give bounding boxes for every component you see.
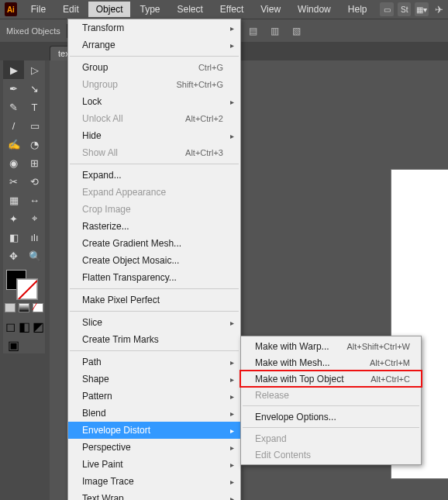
color-swatches[interactable] (3, 268, 45, 299)
stroke-color[interactable] (17, 279, 37, 299)
menuitem-shape[interactable]: Shape▸ (68, 371, 240, 388)
tool-1-1[interactable]: ↘ (24, 79, 45, 98)
submenu-arrow-icon: ▸ (230, 495, 234, 501)
menuitem-blend[interactable]: Blend▸ (68, 405, 240, 422)
tool-8-1[interactable]: ⌖ (24, 209, 45, 228)
menuitem-rasterize[interactable]: Rasterize... (68, 218, 240, 235)
menuitem-label: Envelope Distort (82, 425, 223, 436)
submenu-arrow-icon: ▸ (230, 98, 234, 106)
tool-3-1[interactable]: ▭ (24, 116, 45, 135)
menu-file[interactable]: File (23, 2, 53, 17)
menuitem-hide[interactable]: Hide▸ (68, 127, 240, 144)
tool-3-0[interactable]: / (3, 116, 24, 135)
tool-2-1[interactable]: T (24, 98, 45, 116)
menuitem-arrange[interactable]: Arrange▸ (68, 36, 240, 53)
submenuitem-make-with-mesh[interactable]: Make with Mesh...Alt+Ctrl+M (241, 354, 421, 371)
menu-object[interactable]: Object (88, 2, 131, 17)
tool-5-1[interactable]: ⊞ (24, 153, 45, 172)
normal-draw-icon[interactable]: ◻ (3, 318, 17, 335)
menu-help[interactable]: Help (340, 2, 375, 17)
tool-6-0[interactable]: ✂ (3, 172, 24, 191)
menuitem-create-trim-marks[interactable]: Create Trim Marks (68, 331, 240, 348)
align-right-icon[interactable]: ▧ (288, 23, 304, 39)
tool-0-0[interactable]: ▶ (3, 60, 24, 79)
menuitem-lock[interactable]: Lock▸ (68, 93, 240, 110)
tool-2-0[interactable]: ✎ (3, 98, 24, 116)
menuitem-pattern[interactable]: Pattern▸ (68, 388, 240, 405)
menu-select[interactable]: Select (169, 2, 210, 17)
submenuitem-make-with-top-object[interactable]: Make with Top ObjectAlt+Ctrl+C (241, 371, 421, 387)
menuitem-label: Envelope Options... (255, 412, 410, 422)
menuitem-label: Transform (82, 22, 223, 33)
submenu-arrow-icon: ▸ (230, 41, 234, 50)
menuitem-label: Edit Contents (255, 450, 410, 460)
menuitem-flatten-transparency[interactable]: Flatten Transparency... (68, 269, 240, 286)
document-icon[interactable]: ▭ (380, 2, 394, 16)
menu-edit[interactable]: Edit (55, 2, 87, 17)
submenuitem-make-with-warp[interactable]: Make with Warp...Alt+Shift+Ctrl+W (241, 338, 421, 354)
menuitem-shortcut: Ctrl+G (198, 63, 223, 72)
menuitem-image-trace[interactable]: Image Trace▸ (68, 473, 240, 490)
submenuitem-edit-contents: Edit Contents (241, 447, 421, 463)
gradient-mode-icon[interactable] (17, 301, 31, 315)
menuitem-expand[interactable]: Expand... (68, 167, 240, 184)
screen-mode-icon[interactable]: ▣ (3, 336, 24, 353)
menuitem-label: Expand... (82, 170, 223, 181)
tool-10-0[interactable]: ✥ (3, 247, 24, 265)
menu-separator (70, 311, 239, 312)
menuitem-transform[interactable]: Transform▸ (68, 19, 240, 36)
menuitem-label: Image Trace (82, 476, 223, 487)
menuitem-label: Ungroup (82, 79, 176, 90)
menuitem-envelope-distort[interactable]: Envelope Distort▸ (68, 422, 240, 439)
tool-6-1[interactable]: ⟲ (24, 172, 45, 191)
submenu-arrow-icon: ▸ (230, 358, 234, 367)
submenuitem-envelope-options[interactable]: Envelope Options... (241, 409, 421, 425)
menu-separator (70, 288, 239, 289)
menuitem-group[interactable]: GroupCtrl+G (68, 59, 240, 76)
menu-separator (70, 350, 239, 351)
menuitem-label: Make Pixel Perfect (82, 295, 223, 305)
menuitem-text-wrap[interactable]: Text Wrap▸ (68, 490, 240, 500)
submenuitem-release: Release (241, 387, 421, 403)
menuitem-path[interactable]: Path▸ (68, 353, 240, 371)
menuitem-perspective[interactable]: Perspective▸ (68, 439, 240, 456)
tool-7-1[interactable]: ↔ (24, 191, 45, 209)
arrange-docs-icon[interactable]: ▦▾ (415, 2, 429, 16)
envelope-distort-submenu: Make with Warp...Alt+Shift+Ctrl+WMake wi… (240, 336, 422, 465)
menuitem-shortcut: Alt+Ctrl+M (370, 358, 410, 367)
menuitem-slice[interactable]: Slice▸ (68, 314, 240, 331)
none-mode-icon[interactable]: ⁄ (31, 301, 45, 315)
menu-separator (243, 405, 419, 406)
menu-separator (70, 56, 239, 57)
stock-icon[interactable]: St (398, 2, 412, 16)
submenuitem-expand: Expand (241, 430, 421, 447)
submenu-arrow-icon: ▸ (230, 375, 234, 384)
tool-9-0[interactable]: ◧ (3, 228, 24, 247)
tool-10-1[interactable]: 🔍 (24, 247, 45, 265)
menu-window[interactable]: Window (290, 2, 339, 17)
draw-inside-icon[interactable]: ◩ (31, 318, 45, 335)
menuitem-create-object-mosaic[interactable]: Create Object Mosaic... (68, 252, 240, 269)
menu-effect[interactable]: Effect (212, 2, 251, 17)
tool-4-1[interactable]: ◔ (24, 135, 45, 153)
menuitem-shortcut: Alt+Ctrl+C (370, 374, 410, 384)
menuitem-create-gradient-mesh[interactable]: Create Gradient Mesh... (68, 235, 240, 252)
menuitem-label: Create Object Mosaic... (82, 255, 223, 266)
tool-1-0[interactable]: ✒ (3, 79, 24, 98)
tool-7-0[interactable]: ▦ (3, 191, 24, 209)
tool-0-1[interactable]: ▷ (24, 60, 45, 79)
tool-9-1[interactable]: ılı (24, 228, 45, 247)
menuitem-crop-image: Crop Image (68, 201, 240, 218)
tool-4-0[interactable]: ✍ (3, 135, 24, 153)
tool-5-0[interactable]: ◉ (3, 153, 24, 172)
align-center-icon[interactable]: ▥ (267, 23, 282, 39)
color-mode-icon[interactable] (3, 301, 17, 315)
menu-type[interactable]: Type (132, 2, 167, 17)
menuitem-live-paint[interactable]: Live Paint▸ (68, 456, 240, 473)
menu-view[interactable]: View (253, 2, 288, 17)
draw-behind-icon[interactable]: ◧ (17, 318, 31, 335)
align-left-icon[interactable]: ▤ (245, 23, 260, 39)
menuitem-make-pixel-perfect[interactable]: Make Pixel Perfect (68, 291, 240, 309)
publish-icon[interactable]: ✈ (435, 4, 443, 16)
tool-8-0[interactable]: ✦ (3, 209, 24, 228)
